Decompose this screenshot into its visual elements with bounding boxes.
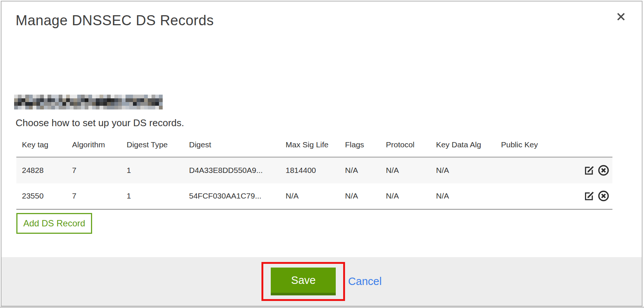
- dialog-footer: Save Cancel: [1, 257, 642, 306]
- cell-key-data-alg: N/A: [430, 157, 495, 183]
- x-circle-icon: [598, 197, 609, 203]
- domain-name-redacted: [14, 95, 163, 109]
- cell-algorithm: 7: [66, 157, 121, 183]
- cell-key-data-alg: N/A: [430, 183, 495, 209]
- cell-key-tag: 24828: [16, 157, 66, 183]
- save-button[interactable]: Save: [271, 268, 336, 295]
- ds-records-table: Key tag Algorithm Digest Type Digest Max…: [16, 137, 612, 210]
- add-ds-record-button[interactable]: Add DS Record: [16, 213, 92, 234]
- cell-protocol: N/A: [380, 183, 430, 209]
- manage-dnssec-dialog: Manage DNSSEC DS Records Choose how to s…: [1, 1, 643, 307]
- close-button[interactable]: [615, 11, 627, 23]
- cell-flags: N/A: [339, 157, 380, 183]
- header-algorithm: Algorithm: [66, 137, 121, 157]
- edit-icon: [583, 171, 595, 177]
- header-digest: Digest: [183, 137, 280, 157]
- page-background-strip: [0, 307, 644, 308]
- header-max-sig-life: Max Sig Life: [280, 137, 339, 157]
- cell-digest-type: 1: [121, 183, 183, 209]
- header-public-key: Public Key: [495, 137, 573, 157]
- header-protocol: Protocol: [380, 137, 430, 157]
- close-icon: [616, 12, 626, 23]
- x-circle-icon: [598, 172, 609, 177]
- table-header-row: Key tag Algorithm Digest Type Digest Max…: [16, 137, 612, 157]
- edit-icon: [583, 197, 595, 203]
- cell-max-sig-life: N/A: [280, 183, 339, 209]
- cell-public-key: [495, 157, 573, 183]
- cancel-link[interactable]: Cancel: [348, 275, 381, 288]
- cell-digest-type: 1: [121, 157, 183, 183]
- delete-record-button[interactable]: [598, 190, 609, 202]
- screen: Manage DNSSEC DS Records Choose how to s…: [0, 0, 644, 308]
- instructions-text: Choose how to set up your DS records.: [16, 117, 184, 129]
- header-flags: Flags: [339, 137, 380, 157]
- header-key-tag: Key tag: [16, 137, 66, 157]
- dialog-title: Manage DNSSEC DS Records: [16, 13, 214, 29]
- cell-actions: [573, 157, 612, 183]
- header-actions: [573, 137, 612, 157]
- cell-protocol: N/A: [380, 157, 430, 183]
- cell-actions: [573, 183, 612, 209]
- cell-algorithm: 7: [66, 183, 121, 209]
- cell-max-sig-life: 1814400: [280, 157, 339, 183]
- cell-digest: 54FCF030AA1C79...: [183, 183, 280, 209]
- edit-record-button[interactable]: [583, 165, 595, 176]
- edit-record-button[interactable]: [583, 190, 595, 201]
- cell-digest: D4A33E8DD550A9...: [183, 157, 280, 183]
- table-row: 23550 7 1 54FCF030AA1C79... N/A N/A N/A …: [16, 183, 612, 209]
- cell-flags: N/A: [339, 183, 380, 209]
- header-key-data-alg: Key Data Alg: [430, 137, 495, 157]
- delete-record-button[interactable]: [598, 164, 609, 176]
- annotation-highlight-box: Save: [261, 262, 345, 301]
- cell-key-tag: 23550: [16, 183, 66, 209]
- ds-records-tbody: 24828 7 1 D4A33E8DD550A9... 1814400 N/A …: [16, 157, 612, 209]
- cell-public-key: [495, 183, 573, 209]
- header-digest-type: Digest Type: [121, 137, 183, 157]
- table-row: 24828 7 1 D4A33E8DD550A9... 1814400 N/A …: [16, 157, 612, 183]
